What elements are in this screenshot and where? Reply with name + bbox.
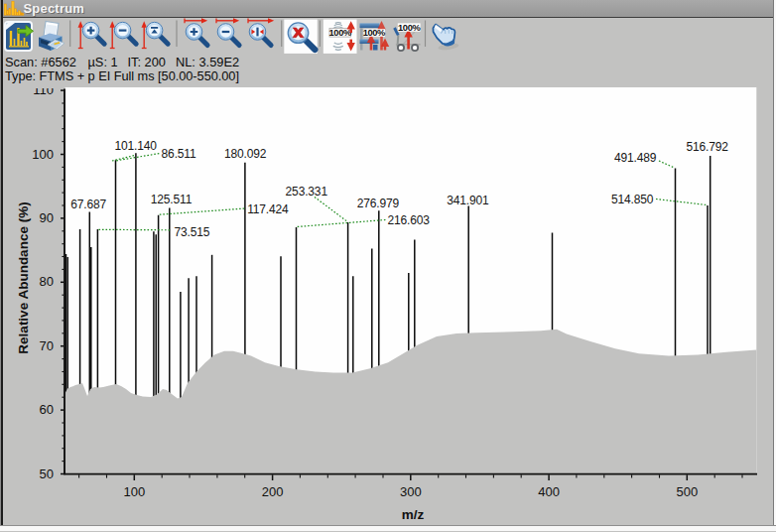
svg-text:50: 50	[40, 466, 54, 481]
svg-text:100: 100	[123, 484, 145, 499]
svg-text:341.901: 341.901	[447, 194, 489, 207]
svg-text:253.331: 253.331	[286, 185, 328, 199]
svg-text:m/z: m/z	[402, 507, 425, 522]
svg-text:101.140: 101.140	[114, 139, 157, 153]
svg-text:100%: 100%	[398, 23, 421, 33]
svg-text:400: 400	[538, 484, 560, 499]
svg-text:Relative Abundance (%): Relative Abundance (%)	[16, 201, 31, 353]
svg-text:514.850: 514.850	[611, 193, 654, 206]
svg-text:125.511: 125.511	[151, 193, 193, 206]
svg-text:90: 90	[40, 210, 54, 225]
svg-text:300: 300	[400, 484, 422, 499]
svg-text:70: 70	[40, 338, 54, 353]
svg-text:200: 200	[262, 484, 284, 499]
svg-text:180.092: 180.092	[224, 147, 267, 161]
svg-text:86.511: 86.511	[162, 147, 196, 161]
svg-text:491.489: 491.489	[614, 151, 657, 165]
svg-text:516.792: 516.792	[687, 140, 729, 154]
svg-text:500: 500	[676, 484, 698, 499]
svg-text:216.603: 216.603	[387, 213, 430, 227]
svg-text:73.515: 73.515	[175, 225, 210, 239]
svg-text:80: 80	[40, 274, 54, 289]
svg-text:276.979: 276.979	[357, 197, 400, 210]
svg-text:100%: 100%	[363, 28, 386, 38]
svg-text:67.687: 67.687	[70, 198, 106, 211]
svg-text:117.424: 117.424	[247, 202, 289, 216]
svg-text:60: 60	[40, 402, 54, 417]
svg-text:100%: 100%	[329, 28, 352, 38]
svg-text:100: 100	[32, 147, 54, 162]
